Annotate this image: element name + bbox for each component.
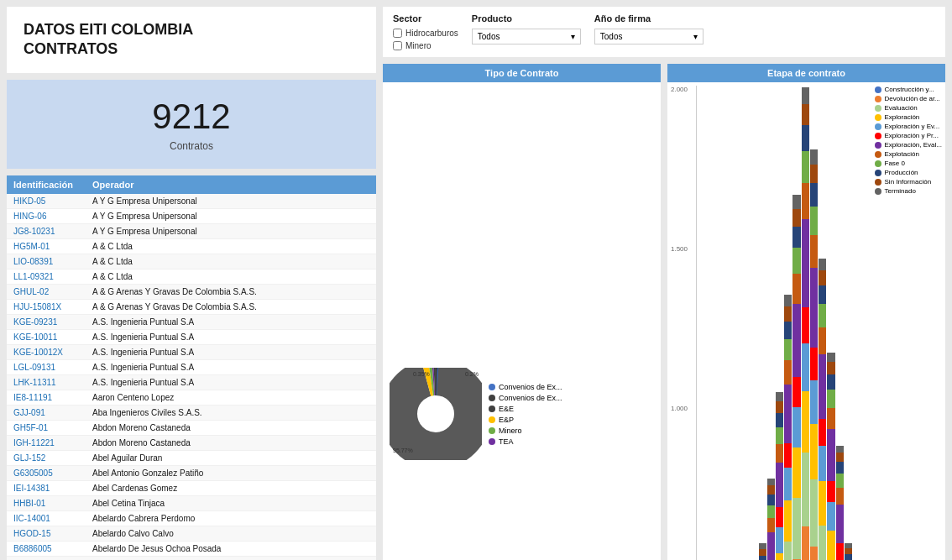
bar-segment bbox=[784, 295, 792, 306]
bar-segment bbox=[810, 207, 818, 235]
row-op: A Y G Empresa Unipersonal bbox=[92, 196, 369, 206]
table-row[interactable]: IGH-11221Abdon Moreno Castaneda bbox=[7, 436, 376, 451]
right-panel: Sector Hidrocarburos Minero Producto bbox=[383, 7, 945, 560]
row-op: A Y G Empresa Unipersonal bbox=[92, 212, 369, 221]
bar-segment bbox=[819, 270, 826, 285]
row-op: A.S. Ingenieria Puntual S.A bbox=[92, 378, 369, 387]
anio-value: Todos bbox=[600, 32, 623, 41]
bar-group bbox=[784, 295, 792, 560]
legend-dot-tea bbox=[489, 438, 495, 445]
sector-hidrocarburos[interactable]: Hidrocarburos bbox=[393, 29, 458, 38]
bar-segment bbox=[767, 532, 775, 560]
title-line2: CONTRATOS bbox=[24, 39, 359, 59]
row-op: A & C Ltda bbox=[92, 272, 369, 281]
etapa-contrato-body: 2.000 1.500 1.000 500 0 2000 bbox=[667, 82, 945, 560]
row-id: HING-06 bbox=[13, 212, 89, 221]
table-row[interactable]: IIC-14001Abelardo Cabrera Perdomo bbox=[7, 511, 376, 526]
table-row[interactable]: LGL-09131A.S. Ingenieria Puntual S.A bbox=[7, 360, 376, 375]
tipo-contrato-title: Tipo de Contrato bbox=[383, 64, 661, 82]
table-row[interactable]: HJU-15081XA & G Arenas Y Gravas De Colom… bbox=[7, 300, 376, 315]
legend-label-ee: E&E bbox=[499, 405, 514, 413]
bar-segment bbox=[784, 443, 792, 468]
table-row[interactable]: LIO-08391A & C Ltda bbox=[7, 254, 376, 270]
bar-segment bbox=[827, 429, 834, 481]
table-row[interactable]: HG5M-01A & C Ltda bbox=[7, 239, 376, 254]
table-row[interactable]: HHBI-01Abel Cetina Tinjaca bbox=[7, 496, 376, 511]
table-row[interactable]: G6305005Abel Antonio Gonzalez Patiño bbox=[7, 466, 376, 481]
bar-segment bbox=[784, 360, 792, 385]
legend-dot-ep bbox=[489, 416, 495, 423]
bar-stack bbox=[776, 392, 783, 560]
bar-segment bbox=[802, 183, 809, 219]
legend-dot-conv2 bbox=[489, 395, 495, 401]
row-id: GJJ-091 bbox=[13, 408, 89, 417]
legend-label: Evaluación bbox=[885, 104, 918, 112]
row-id: HIKD-05 bbox=[13, 196, 89, 206]
legend-label: Exploración y Pr... bbox=[885, 132, 939, 139]
table-row[interactable]: KGE-09231A.S. Ingenieria Puntual S.A bbox=[7, 315, 376, 330]
legend-label-conv2: Convenios de Ex... bbox=[499, 394, 562, 402]
hidrocarburos-checkbox[interactable] bbox=[393, 29, 402, 38]
table-row[interactable]: HCU-12Abelardo De Jesus Ochoa Posada bbox=[7, 557, 376, 560]
bar-segment bbox=[802, 343, 809, 391]
minero-label: Minero bbox=[405, 41, 432, 50]
legend-dot bbox=[875, 170, 881, 176]
bar-segment bbox=[759, 543, 766, 549]
row-id: HG5M-01 bbox=[13, 242, 89, 251]
legend-item-minero: Minero bbox=[489, 427, 562, 435]
kpi-value: 9212 bbox=[24, 97, 359, 137]
table-row[interactable]: GHUL-02A & G Arenas Y Gravas De Colombia… bbox=[7, 285, 376, 300]
legend-label: Devolución de ar... bbox=[885, 95, 940, 102]
bar-segment bbox=[802, 151, 809, 183]
row-id: G6305005 bbox=[13, 468, 89, 478]
tipo-contrato-body: 0.35% 0.2% 95.77% Convenios de Ex... bbox=[383, 82, 661, 560]
table-row[interactable]: JG8-10231A Y G Empresa Unipersonal bbox=[7, 224, 376, 239]
table-row[interactable]: HGOD-15Abelardo Calvo Calvo bbox=[7, 526, 376, 542]
bar-segment bbox=[784, 339, 792, 360]
table-row[interactable]: LHK-11311A.S. Ingenieria Puntual S.A bbox=[7, 375, 376, 390]
table-row[interactable]: GLJ-152Abel Aguilar Duran bbox=[7, 451, 376, 466]
y-1000: 1.000 bbox=[671, 405, 696, 412]
legend-label-minero: Minero bbox=[499, 427, 522, 435]
tipo-contrato-card: Tipo de Contrato bbox=[383, 64, 661, 560]
bar-group bbox=[767, 479, 775, 560]
row-id: IEI-14381 bbox=[13, 484, 89, 493]
bar-stack bbox=[792, 195, 800, 560]
row-id: IE8-11191 bbox=[13, 393, 89, 402]
table-row[interactable]: HIKD-05A Y G Empresa Unipersonal bbox=[7, 194, 376, 209]
bar-segment bbox=[792, 209, 800, 227]
etapa-legend-item: Construcción y... bbox=[875, 86, 942, 93]
table-row[interactable]: IEI-14381Abel Cardenas Gomez bbox=[7, 481, 376, 496]
pie-label-9577: 95.77% bbox=[393, 447, 413, 453]
bar-segment bbox=[776, 392, 783, 401]
etapa-legend-item: Sin Información bbox=[875, 178, 942, 186]
producto-dropdown[interactable]: Todos ▾ bbox=[472, 29, 581, 44]
bar-segment bbox=[776, 553, 783, 560]
legend-label: Construcción y... bbox=[885, 86, 934, 93]
legend-dot bbox=[875, 105, 881, 112]
table-row[interactable]: B6886005Abelardo De Jesus Ochoa Posada bbox=[7, 542, 376, 557]
minero-checkbox[interactable] bbox=[393, 41, 402, 50]
left-panel: DATOS EITI COLOMBIA CONTRATOS 9212 Contr… bbox=[7, 7, 376, 560]
table-row[interactable]: GJJ-091Aba Ingenieros Civiles S.A.S. bbox=[7, 406, 376, 421]
bar-segment bbox=[792, 498, 800, 559]
bar-group bbox=[792, 195, 800, 560]
legend-label: Sin Información bbox=[885, 178, 932, 186]
table-row[interactable]: GH5F-01Abdon Moreno Castaneda bbox=[7, 421, 376, 436]
table-row[interactable]: HING-06A Y G Empresa Unipersonal bbox=[7, 209, 376, 224]
row-op: Abel Aguilar Duran bbox=[92, 453, 369, 463]
table-row[interactable]: LL1-09321A & C Ltda bbox=[7, 270, 376, 285]
bar-group bbox=[810, 149, 818, 560]
anio-label: Año de firma bbox=[594, 13, 704, 24]
sector-minero[interactable]: Minero bbox=[393, 41, 458, 50]
row-id: IGH-11221 bbox=[13, 438, 89, 447]
bar-segment bbox=[810, 380, 818, 424]
table-row[interactable]: KGE-10011A.S. Ingenieria Puntual S.A bbox=[7, 330, 376, 345]
bar-segment bbox=[819, 304, 826, 327]
legend-item-ee: E&E bbox=[489, 405, 562, 413]
anio-dropdown[interactable]: Todos ▾ bbox=[594, 29, 704, 44]
table-row[interactable]: IE8-11191Aaron Centeno Lopez bbox=[7, 390, 376, 406]
table-row[interactable]: KGE-10012XA.S. Ingenieria Puntual S.A bbox=[7, 345, 376, 360]
legend-dot bbox=[875, 179, 881, 186]
bar-segment bbox=[827, 481, 834, 502]
